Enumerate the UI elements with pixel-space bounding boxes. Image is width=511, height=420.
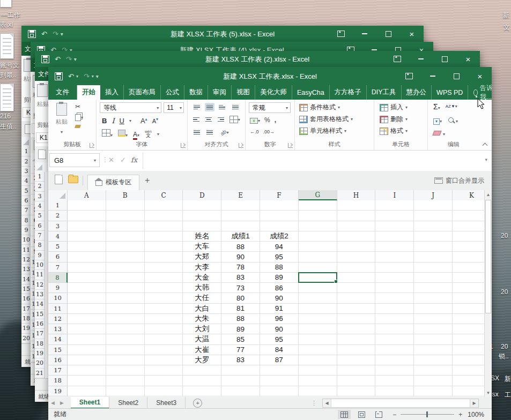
number-format-select[interactable]: 常规▾	[249, 102, 291, 113]
row-header[interactable]: 13	[35, 290, 45, 299]
column-header-F[interactable]: F	[260, 190, 299, 200]
cell-B8[interactable]	[106, 273, 145, 283]
cell-A10[interactable]	[68, 293, 106, 303]
cell-J7[interactable]	[414, 262, 453, 273]
cell-E5[interactable]: 88	[221, 242, 260, 252]
cell-E12[interactable]: 88	[221, 314, 260, 324]
cell-I10[interactable]	[375, 293, 414, 303]
bottom-align-button[interactable]	[218, 103, 227, 111]
cell-E1[interactable]	[221, 200, 260, 211]
row-header[interactable]: 8	[21, 215, 31, 225]
row-header[interactable]: 6	[35, 221, 45, 231]
align-left-button[interactable]	[192, 115, 201, 124]
expand-formula-bar-icon[interactable]: ▾	[485, 157, 487, 162]
cut-button[interactable]: ✂	[75, 103, 83, 110]
cell-C18[interactable]	[145, 376, 183, 386]
cell-E11[interactable]: 81	[221, 304, 260, 314]
borders-button[interactable]: ▾	[102, 129, 113, 139]
cell-G14[interactable]	[299, 334, 337, 344]
sheet-tab-Sheet1[interactable]: Sheet1	[71, 397, 109, 409]
row-header[interactable]: 16	[35, 319, 45, 329]
row-header-6[interactable]: 6	[48, 252, 68, 262]
row-header-3[interactable]: 3	[48, 221, 68, 231]
cell-F4[interactable]: 成绩2	[260, 231, 299, 242]
format-painter-button[interactable]	[75, 125, 83, 128]
column-header-J[interactable]: J	[414, 190, 453, 200]
cell-K7[interactable]	[453, 262, 484, 273]
new-sheet-button[interactable]: +	[193, 399, 202, 408]
align-right-button[interactable]	[217, 115, 226, 124]
cell-F6[interactable]: 95	[260, 252, 299, 262]
cell-J12[interactable]	[414, 314, 453, 324]
open-folder-button[interactable]	[68, 176, 78, 185]
cell-A14[interactable]	[68, 334, 106, 344]
cell-K18[interactable]	[453, 376, 484, 386]
cell-F3[interactable]	[260, 221, 299, 231]
zoom-out-button[interactable]: −	[392, 411, 396, 418]
cell-J10[interactable]	[414, 293, 453, 303]
row-header[interactable]: 8	[35, 241, 45, 250]
cell-H10[interactable]	[337, 293, 376, 303]
desktop-icon-label-fragment[interactable]: SX	[491, 374, 499, 382]
fill-handle[interactable]	[334, 280, 338, 283]
bold-button[interactable]: B	[102, 117, 107, 125]
desktop-icon-label-fragment[interactable]: 新	[505, 374, 511, 384]
ribbon-tab-DIY工具[interactable]: DIY工具	[367, 85, 402, 100]
cell-E6[interactable]: 90	[221, 252, 260, 262]
close-button[interactable]: ×	[456, 51, 480, 67]
cell-I4[interactable]	[375, 231, 414, 242]
desktop-icon[interactable]	[0, 0, 12, 8]
page-layout-view-button[interactable]	[355, 410, 368, 419]
cell-A12[interactable]	[68, 314, 106, 324]
row-header[interactable]: 13	[21, 265, 31, 274]
cell-E15[interactable]: 77	[221, 345, 260, 355]
row-header[interactable]: 10	[21, 235, 31, 245]
cell-E19[interactable]	[221, 386, 260, 396]
font-color-button[interactable]: A▾	[133, 129, 139, 139]
cell-I11[interactable]	[375, 304, 414, 314]
column-header-D[interactable]: D	[183, 190, 221, 200]
wrap-text-button[interactable]	[230, 103, 241, 111]
cell-B4[interactable]	[106, 231, 145, 242]
cell-C14[interactable]	[145, 334, 183, 344]
undo-caret-icon[interactable]: ▾	[76, 74, 78, 79]
horizontal-scroll-thumb[interactable]	[331, 399, 470, 407]
sheet-next-icon[interactable]: ▶	[57, 397, 66, 409]
row-header-12[interactable]: 12	[48, 314, 68, 324]
row-header[interactable]: 5	[35, 211, 45, 221]
ribbon-tab-WPS PD[interactable]: WPS PD	[432, 85, 468, 100]
ribbon-tab-插入[interactable]: 插入	[100, 85, 124, 100]
ribbon-tab-方方格子[interactable]: 方方格子	[330, 85, 367, 100]
scroll-down-icon[interactable]: ▼	[485, 388, 492, 397]
cell-B11[interactable]	[106, 304, 145, 314]
row-header[interactable]: 11	[35, 270, 45, 280]
cell-A17[interactable]	[68, 365, 106, 376]
cell-K2[interactable]	[453, 211, 484, 221]
ribbon-tab-审阅[interactable]: 审阅	[208, 85, 232, 100]
row-header-7[interactable]: 7	[48, 262, 68, 273]
row-header-1[interactable]: 1	[48, 200, 68, 211]
cell-E16[interactable]: 83	[221, 355, 260, 365]
row-header-9[interactable]: 9	[48, 283, 68, 293]
phonetic-guide-button[interactable]: wén文	[145, 130, 152, 138]
cell-K19[interactable]	[453, 386, 484, 396]
undo-icon[interactable]: ↶	[41, 30, 47, 38]
cell-J2[interactable]	[414, 211, 453, 221]
cell-J6[interactable]	[414, 252, 453, 262]
row-header[interactable]: 1	[35, 172, 45, 182]
cell-J18[interactable]	[414, 376, 453, 386]
cell-F8[interactable]: 89	[260, 273, 299, 283]
cell-E14[interactable]: 85	[221, 334, 260, 344]
cell-F15[interactable]: 84	[260, 345, 299, 355]
cell-K15[interactable]	[453, 345, 484, 355]
cell-D3[interactable]	[183, 221, 221, 231]
cell-G6[interactable]	[299, 252, 337, 262]
cell-D2[interactable]	[183, 211, 221, 221]
cell-H19[interactable]	[337, 386, 376, 396]
cell-A1[interactable]	[68, 200, 106, 211]
decrease-indent-button[interactable]	[192, 128, 202, 137]
cell-G11[interactable]	[299, 304, 337, 314]
row-header-17[interactable]: 17	[48, 365, 68, 376]
cell-I18[interactable]	[375, 376, 414, 386]
cell-I6[interactable]	[375, 252, 414, 262]
